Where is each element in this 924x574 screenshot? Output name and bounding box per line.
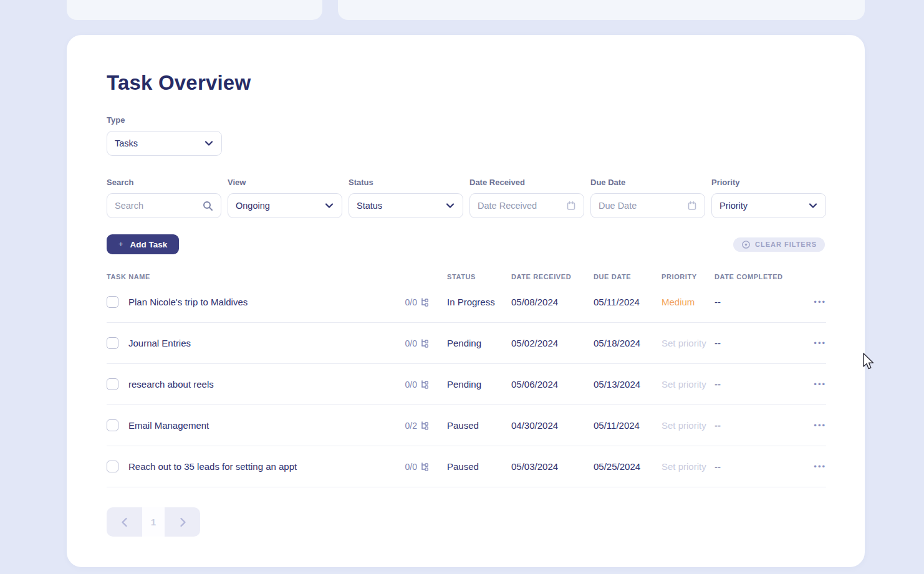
view-filter: View Ongoing [228,178,342,218]
due-date-filter: Due Date Due Date [590,178,705,218]
calendar-icon [687,201,697,211]
pagination-next-button[interactable] [165,507,200,537]
row-menu-button[interactable]: ••• [814,421,826,429]
status-cell: Pending [447,338,511,348]
chevron-right-icon [177,517,188,528]
pagination-page-1[interactable]: 1 [142,507,165,537]
actions-cell: ••• [792,339,826,347]
priority-cell[interactable]: Set priority [662,420,706,431]
actions-cell: ••• [792,421,826,429]
row-menu-button[interactable]: ••• [814,462,826,471]
priority-cell[interactable]: Medium [662,297,695,307]
type-filter: Type Tasks [107,115,825,156]
task-name[interactable]: Email Management [128,420,405,431]
date-completed-cell: -- [715,297,792,307]
task-name[interactable]: Journal Entries [128,338,405,348]
subtask-count-value: 0/0 [405,338,417,348]
header-date-completed: DATE COMPLETED [715,273,792,280]
priority-cell[interactable]: Set priority [662,338,706,348]
status-cell: Paused [447,420,511,431]
date-completed-cell: -- [715,461,792,472]
task-name[interactable]: research about reels [128,379,405,390]
priority-select-value: Priority [719,201,748,211]
subtask-tree-icon [420,462,430,471]
task-name-cell: Journal Entries 0/0 [107,337,447,349]
row-menu-button[interactable]: ••• [814,298,826,306]
due-date-cell: 05/25/2024 [594,461,662,472]
status-cell: In Progress [447,297,511,307]
task-table: TASK NAME STATUS DATE RECEIVED DUE DATE … [107,272,826,487]
due-date-cell: 05/13/2024 [594,379,662,390]
date-received-input[interactable]: Date Received [469,193,584,218]
search-placeholder: Search [115,201,143,211]
task-name-cell: Plan Nicole's trip to Maldives 0/0 [107,296,447,308]
priority-cell-wrap: Set priority [662,379,715,390]
chevron-down-icon [445,201,455,211]
status-filter: Status Status [349,178,463,218]
status-label: Status [349,178,463,187]
chevron-down-icon [204,138,214,148]
table-row: Reach out to 35 leads for setting an app… [107,446,826,487]
actions-cell: ••• [792,462,826,471]
priority-select[interactable]: Priority [711,193,826,218]
date-received-cell: 05/08/2024 [511,297,594,307]
subtask-count[interactable]: 0/0 [405,338,430,348]
chevron-down-icon [808,201,818,211]
task-checkbox[interactable] [107,419,118,431]
subtask-count-value: 0/0 [405,380,417,390]
task-name[interactable]: Plan Nicole's trip to Maldives [128,297,405,307]
subtask-count[interactable]: 0/0 [405,297,430,307]
view-select-value: Ongoing [236,201,270,211]
priority-cell-wrap: Medium [662,297,715,308]
task-checkbox[interactable] [107,296,118,308]
pagination: 1 [107,507,200,537]
clear-filters-icon [741,240,751,249]
status-select[interactable]: Status [349,193,463,218]
task-checkbox[interactable] [107,378,118,390]
subtask-tree-icon [420,421,430,430]
type-select[interactable]: Tasks [107,131,222,156]
task-table-body: Plan Nicole's trip to Maldives 0/0 In Pr… [107,282,826,487]
task-checkbox[interactable] [107,461,118,472]
date-received-cell: 05/02/2024 [511,338,594,348]
actions-row: + Add Task CLEAR FILTERS [107,234,825,254]
task-name-cell: Email Management 0/2 [107,419,447,431]
clear-filters-button[interactable]: CLEAR FILTERS [733,237,825,252]
search-input[interactable]: Search [107,193,221,218]
header-priority: PRIORITY [662,273,715,280]
subtask-count[interactable]: 0/0 [405,380,430,390]
due-date-cell: 05/18/2024 [594,338,662,348]
date-completed-cell: -- [715,338,792,348]
subtask-tree-icon [420,338,430,348]
filters-row: Search Search View Ongoing S [107,178,825,218]
due-date-input[interactable]: Due Date [590,193,705,218]
chevron-down-icon [324,201,334,211]
type-label: Type [107,115,825,125]
date-completed-cell: -- [715,420,792,431]
priority-cell-wrap: Set priority [662,338,715,349]
task-checkbox[interactable] [107,337,118,349]
task-name-cell: Reach out to 35 leads for setting an app… [107,461,447,472]
pagination-prev-button[interactable] [107,507,142,537]
type-select-value: Tasks [115,138,138,148]
row-menu-button[interactable]: ••• [814,380,826,388]
subtask-count[interactable]: 0/0 [405,462,430,472]
status-cell: Pending [447,379,511,390]
priority-cell[interactable]: Set priority [662,461,706,472]
priority-cell[interactable]: Set priority [662,379,706,390]
add-task-button[interactable]: + Add Task [107,234,179,254]
add-task-label: Add Task [130,240,168,249]
actions-cell: ••• [792,380,826,388]
header-due-date: DUE DATE [594,273,662,280]
due-date-cell: 05/11/2024 [594,420,662,431]
subtask-count[interactable]: 0/2 [405,421,430,431]
status-cell: Paused [447,461,511,472]
clear-filters-label: CLEAR FILTERS [755,241,817,248]
table-row: Email Management 0/2 Paused 04/30/2024 0… [107,405,826,446]
header-task-name: TASK NAME [107,273,447,280]
priority-label: Priority [711,178,826,187]
row-menu-button[interactable]: ••• [814,339,826,347]
task-overview-panel: Task Overview Type Tasks Search Search [67,35,865,567]
task-name[interactable]: Reach out to 35 leads for setting an app… [128,461,405,472]
view-select[interactable]: Ongoing [228,193,342,218]
